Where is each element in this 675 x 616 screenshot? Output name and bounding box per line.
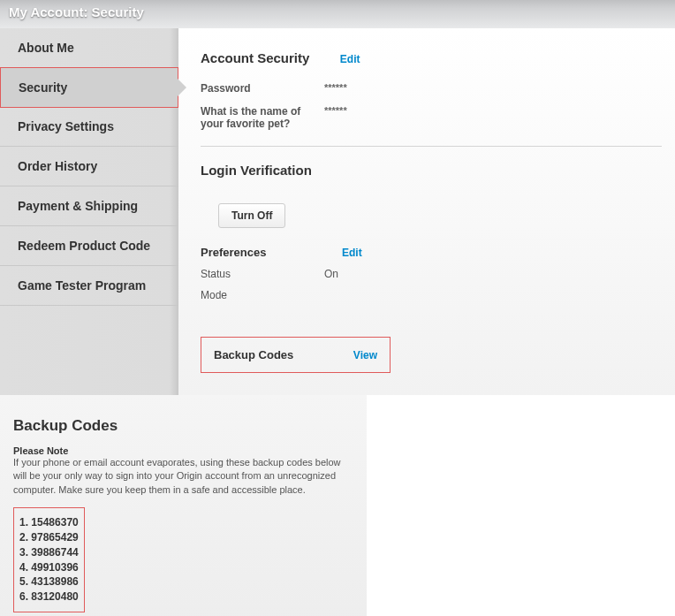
preferences-header: Preferences Edit [201,246,662,259]
status-value: On [324,268,338,280]
page-header: My Account: Security [0,0,675,28]
backup-codes-panel: Backup Codes Please Note If your phone o… [0,395,367,616]
backup-codes-note-title: Please Note [13,445,353,456]
password-value: ****** [324,82,347,95]
backup-code: 3. 39886744 [19,545,79,560]
sidebar-item-about-me[interactable]: About Me [0,28,178,68]
account-security-title: Account Security [201,50,309,65]
backup-codes-heading: Backup Codes [13,417,353,435]
preferences-edit-link[interactable]: Edit [342,247,362,259]
sidebar-item-label: Security [19,80,67,95]
login-verification-header: Login Verification [201,163,662,179]
divider [201,146,662,147]
turn-off-button[interactable]: Turn Off [218,203,285,228]
security-question-value: ****** [324,105,347,130]
backup-code: 1. 15486370 [19,515,79,530]
sidebar-item-order-history[interactable]: Order History [0,147,178,186]
security-question-row: What is the name of your favorite pet? *… [201,105,662,130]
sidebar-item-redeem-product-code[interactable]: Redeem Product Code [0,226,178,266]
backup-code: 6. 83120480 [19,589,79,605]
sidebar-item-label: Redeem Product Code [18,239,150,253]
backup-codes-list: 1. 15486370 2. 97865429 3. 39886744 4. 4… [13,507,85,612]
page-title: My Account: Security [9,4,144,19]
content-area: Account Security Edit Password ****** Wh… [178,28,675,395]
login-verification-title: Login Verification [201,163,312,178]
backup-code: 5. 43138986 [19,574,79,589]
account-security-header: Account Security Edit [201,50,662,66]
preferences-title: Preferences [201,246,342,259]
backup-code: 2. 97865429 [19,530,79,545]
sidebar-item-game-tester-program[interactable]: Game Tester Program [0,266,178,306]
sidebar-item-label: Payment & Shipping [18,199,138,213]
sidebar-item-label: Privacy Settings [18,119,114,133]
backup-codes-view-link[interactable]: View [353,349,377,361]
sidebar-item-privacy-settings[interactable]: Privacy Settings [0,107,178,147]
password-label: Password [201,82,324,95]
status-label: Status [201,268,324,280]
main-container: About Me Security Privacy Settings Order… [0,28,675,395]
sidebar-item-security[interactable]: Security [0,67,178,108]
sidebar-item-label: Game Tester Program [18,278,146,293]
sidebar-item-payment-shipping[interactable]: Payment & Shipping [0,186,178,226]
password-row: Password ****** [201,82,662,95]
sidebar-item-label: About Me [18,41,74,55]
security-question-label: What is the name of your favorite pet? [201,105,324,130]
backup-codes-note: If your phone or email account evaporate… [13,456,353,497]
backup-code: 4. 49910396 [19,560,79,575]
backup-codes-title: Backup Codes [214,348,293,361]
mode-row: Mode [201,289,662,301]
sidebar: About Me Security Privacy Settings Order… [0,28,178,395]
sidebar-item-label: Order History [18,159,97,173]
account-security-edit-link[interactable]: Edit [340,53,360,65]
mode-label: Mode [201,289,324,301]
backup-codes-section: Backup Codes View [201,337,391,373]
status-row: Status On [201,268,662,280]
